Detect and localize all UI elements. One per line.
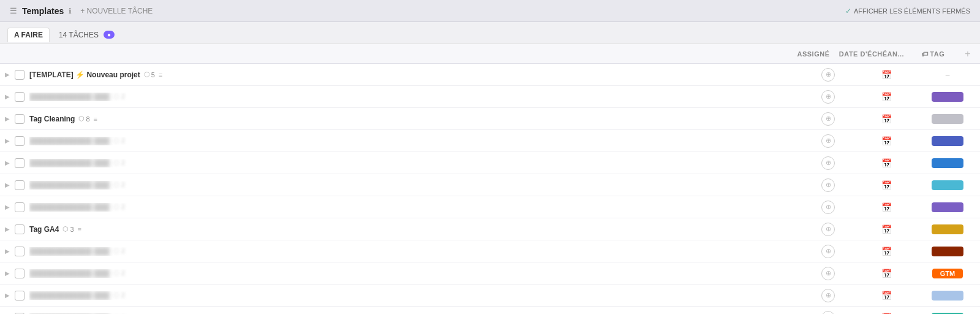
task-row[interactable]: ▶████████████ ███⬡ 2⊕📅 [0,196,980,218]
task-checkbox[interactable] [15,291,24,301]
task-tag-cell[interactable] [920,291,975,301]
tag-pill: GTM [932,269,963,278]
task-name-text: [TEMPLATE] ⚡ Nouveau projet [29,71,140,79]
task-expand-icon[interactable]: ▶ [5,292,15,299]
task-tag-cell[interactable]: GTM [920,269,975,278]
sub-task-count: ⬡ 3 [62,225,74,233]
column-headers: ASSIGNÉ DATE D'ÉCHÉAN... 🏷 TAG + [0,44,980,64]
task-expand-icon[interactable]: ▶ [5,137,15,144]
assign-icon: ⊕ [821,267,835,280]
calendar-icon: 📅 [881,70,892,80]
calendar-icon: 📅 [881,158,892,168]
sub-task-count-blurred: ⬡ 2 [113,137,125,145]
sub-task-count: ⬡ 8 [78,115,89,123]
task-assign-cell: ⊕ [804,223,853,236]
task-name-area: ████████████ ███⬡ 2 [29,181,804,190]
task-checkbox[interactable] [15,180,24,190]
list-icon: ☰ [10,6,17,15]
task-expand-icon[interactable]: ▶ [5,115,15,122]
tag-pill [932,158,963,168]
task-tag-cell[interactable] [920,114,975,124]
task-name-text: ████████████ ███ [29,159,110,167]
task-expand-icon[interactable]: ▶ [5,93,15,100]
task-expand-icon[interactable]: ▶ [5,182,15,188]
show-closed-button[interactable]: ✓ AFFICHER LES ÉLÉMENTS FERMÉS [845,7,970,15]
task-name-text: ████████████ ███ [29,181,110,190]
task-expand-icon[interactable]: ▶ [5,159,15,166]
task-tag-cell[interactable] [920,180,975,190]
sub-task-count: ⬡ 5 [144,71,155,78]
task-name-area: ████████████ ███⬡ 2 [29,291,804,300]
tab-a-faire[interactable]: A FAIRE [7,28,50,42]
task-row[interactable]: ▶████████████ ███⬡ 2⊕📅 [0,86,980,108]
calendar-icon: 📅 [881,247,892,256]
task-date-cell: 📅 [853,247,920,256]
calendar-icon: 📅 [881,136,892,146]
task-name-area: ████████████ ███⬡ 2 [29,247,804,256]
tag-pill [932,247,963,256]
task-checkbox[interactable] [15,114,24,124]
task-checkbox[interactable] [15,269,24,278]
task-row[interactable]: ▶Tag Cleaning⬡ 8≡⊕📅 [0,108,980,130]
task-row[interactable]: ▶████████████ ███⬡ 2⊕📅 [0,174,980,196]
task-date-cell: 📅 [853,180,920,190]
calendar-icon: 📅 [881,180,892,190]
task-list-icon: ≡ [159,71,162,78]
task-expand-icon[interactable]: ▶ [5,270,15,277]
task-tag-cell[interactable] [920,92,975,102]
assign-icon: ⊕ [821,134,835,148]
task-assign-cell: ⊕ [804,90,853,104]
task-tag-cell[interactable] [920,202,975,212]
task-checkbox[interactable] [15,224,24,234]
task-row[interactable]: ▶████████████ ███⬡ 2⊕📅 [0,240,980,262]
info-icon[interactable]: ℹ [69,7,72,15]
task-tag-cell[interactable] [920,136,975,146]
task-name-area: Tag GA4⬡ 3≡ [29,225,804,234]
task-tag-cell[interactable] [920,247,975,256]
task-checkbox[interactable] [15,158,24,168]
task-count-badge: ● [104,31,115,39]
task-checkbox[interactable] [15,70,24,80]
task-date-cell: 📅 [853,136,920,146]
task-row[interactable]: ▶████████████ ███⬡ 2⊕📅 [0,307,980,314]
sub-task-count-blurred: ⬡ 2 [113,203,125,211]
task-assign-cell: ⊕ [804,201,853,214]
task-row[interactable]: ▶████████████ ███⬡ 2⊕📅 [0,152,980,174]
task-row[interactable]: ▶████████████ ███⬡ 2⊕📅GTM [0,262,980,285]
task-date-cell: 📅 [853,224,920,234]
task-name-area: ████████████ ███⬡ 2 [29,159,804,167]
sub-task-count-blurred: ⬡ 2 [113,269,125,277]
task-row[interactable]: ▶[TEMPLATE] ⚡ Nouveau projet⬡ 5≡⊕📅– [0,64,980,86]
task-assign-cell: ⊕ [804,156,853,170]
col-header-date: DATE D'ÉCHÉAN... [838,50,905,58]
task-row[interactable]: ▶Tag GA4⬡ 3≡⊕📅 [0,218,980,240]
task-expand-icon[interactable]: ▶ [5,226,15,232]
task-checkbox[interactable] [15,136,24,146]
task-tag-cell[interactable] [920,224,975,234]
assign-icon: ⊕ [821,289,835,302]
task-tag-cell[interactable]: – [920,71,975,79]
task-checkbox[interactable] [15,202,24,212]
task-expand-icon[interactable]: ▶ [5,248,15,255]
task-name-area: [TEMPLATE] ⚡ Nouveau projet⬡ 5≡ [29,71,804,79]
assign-icon: ⊕ [821,156,835,170]
tag-icon: 🏷 [921,50,929,58]
task-name-area: ████████████ ███⬡ 2 [29,269,804,278]
task-tag-cell[interactable] [920,158,975,168]
new-task-button[interactable]: + NOUVELLE TÂCHE [77,6,156,17]
task-row[interactable]: ▶████████████ ███⬡ 2⊕📅 [0,130,980,152]
task-checkbox[interactable] [15,247,24,256]
task-date-cell: 📅 [853,202,920,212]
add-column-button[interactable]: + [960,48,975,59]
task-row[interactable]: ▶████████████ ███⬡ 2⊕📅 [0,285,980,307]
task-checkbox[interactable] [15,92,24,102]
tag-pill [932,291,963,301]
assign-icon: ⊕ [821,201,835,214]
tab-bar: A FAIRE 14 TÂCHES ● [0,22,980,44]
task-expand-icon[interactable]: ▶ [5,204,15,210]
assign-icon: ⊕ [821,311,835,315]
task-expand-icon[interactable]: ▶ [5,71,15,78]
calendar-icon: 📅 [881,224,892,234]
tab-14-taches[interactable]: 14 TÂCHES ● [52,28,121,42]
task-name-text: ████████████ ███ [29,269,110,278]
